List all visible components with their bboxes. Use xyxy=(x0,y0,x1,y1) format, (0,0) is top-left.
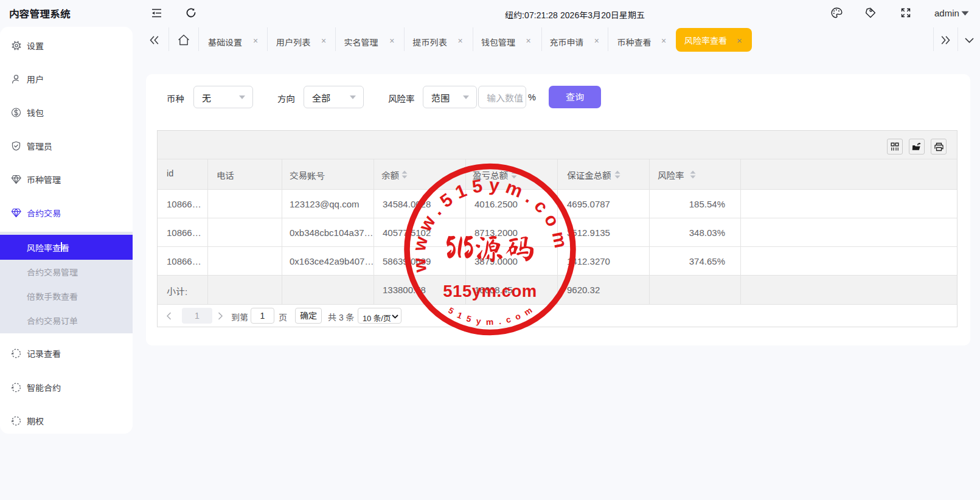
svg-text:515源码: 515源码 xyxy=(445,233,535,263)
svg-text:515ym.com: 515ym.com xyxy=(443,282,537,300)
